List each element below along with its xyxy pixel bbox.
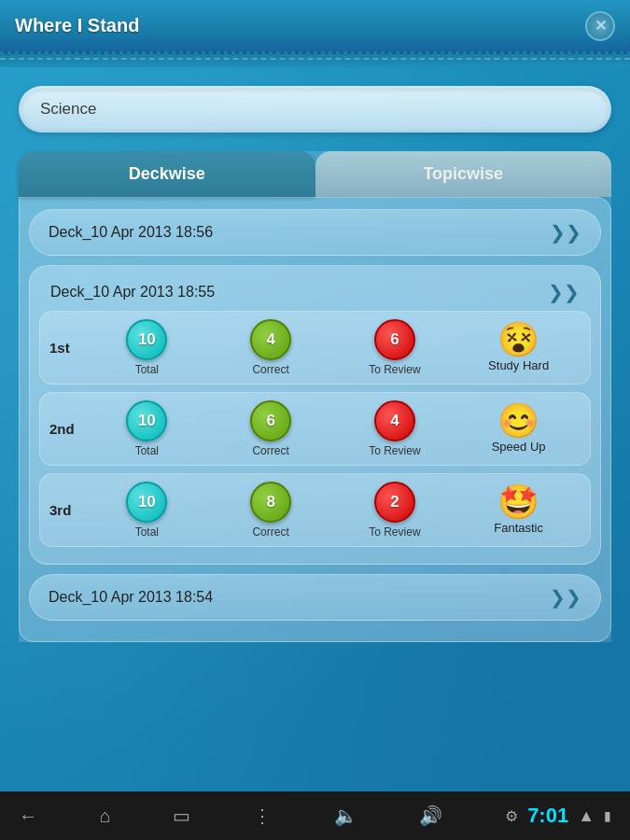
stat-total-3rd: 10 Total [85, 482, 209, 539]
emoji-label-3rd: Fantastic [494, 521, 543, 535]
app-title: Where I Stand [15, 15, 139, 36]
home-icon[interactable]: ⌂ [100, 805, 111, 827]
total-circle-3rd: 10 [126, 482, 167, 523]
review-label-3rd: To Review [369, 525, 420, 539]
main-content: Deckwise Topicwise Deck_10 Apr 2013 18:5… [0, 67, 630, 840]
clock: 7:01 [527, 804, 568, 828]
total-label-1st: Total [135, 363, 159, 376]
deck-label-3: Deck_10 Apr 2013 18:54 [49, 589, 213, 606]
total-label-3rd: Total [135, 525, 159, 539]
tabs: Deckwise Topicwise [19, 151, 611, 197]
back-icon[interactable]: ← [19, 805, 37, 827]
emoji-group-3rd: 🤩 Fantastic [456, 485, 581, 535]
review-label-1st: To Review [369, 363, 420, 376]
nav-right: ⚙ 7:01 ▲ ▮ [505, 804, 611, 828]
content-panel: Deck_10 Apr 2013 18:56 ❯❯ Deck_10 Apr 20… [19, 197, 611, 642]
correct-circle-2nd: 6 [250, 400, 291, 441]
close-button[interactable]: ✕ [585, 11, 615, 41]
stat-correct-3rd: 8 Correct [209, 482, 333, 539]
emoji-2nd: 😊 [497, 404, 539, 438]
subject-input-wrapper [19, 86, 611, 133]
deck-row-1[interactable]: Deck_10 Apr 2013 18:56 ❯❯ [29, 209, 601, 256]
stat-review-3rd: 2 To Review [333, 482, 457, 539]
review-label-2nd: To Review [369, 444, 420, 457]
tab-container: Deckwise Topicwise Deck_10 Apr 2013 18:5… [19, 151, 611, 642]
correct-label-3rd: Correct [252, 525, 288, 539]
stitch-bar [0, 54, 630, 67]
chevron-down-icon-3: ❯❯ [550, 588, 581, 607]
vol-up-icon[interactable]: 🔊 [419, 805, 442, 827]
attempt-label-1st: 1st [49, 340, 85, 356]
review-circle-3rd: 2 [374, 482, 415, 523]
emoji-group-2nd: 😊 Speed Up [456, 404, 581, 454]
attempt-row-3rd: 3rd 10 Total 8 Correct 2 To Review 🤩 [39, 473, 591, 547]
emoji-label-1st: Study Hard [488, 358, 549, 372]
correct-label-1st: Correct [252, 363, 288, 376]
emoji-label-2nd: Speed Up [492, 440, 546, 454]
review-circle-2nd: 4 [374, 400, 415, 441]
stat-total-1st: 10 Total [85, 319, 209, 376]
emoji-3rd: 🤩 [497, 485, 539, 519]
total-label-2nd: Total [135, 444, 159, 457]
emoji-1st: 😵 [497, 323, 539, 357]
attempt-label-2nd: 2nd [49, 421, 85, 437]
recent-apps-icon[interactable]: ▭ [173, 805, 190, 827]
review-circle-1st: 6 [374, 319, 415, 360]
app-header: Where I Stand ✕ [0, 0, 630, 54]
deck-expanded-header-2[interactable]: Deck_10 Apr 2013 18:55 ❯❯ [39, 275, 591, 311]
menu-icon[interactable]: ⋮ [253, 805, 272, 827]
stat-correct-2nd: 6 Correct [209, 400, 333, 457]
stat-review-2nd: 4 To Review [333, 400, 457, 457]
emoji-group-1st: 😵 Study Hard [456, 323, 581, 372]
deck-row-3[interactable]: Deck_10 Apr 2013 18:54 ❯❯ [29, 574, 601, 621]
correct-circle-3rd: 8 [250, 482, 291, 523]
attempt-label-3rd: 3rd [49, 502, 85, 518]
deck-label-2: Deck_10 Apr 2013 18:55 [50, 284, 215, 301]
correct-circle-1st: 4 [250, 319, 291, 360]
stat-correct-1st: 4 Correct [209, 319, 333, 376]
vol-down-icon[interactable]: 🔈 [334, 805, 357, 827]
tab-topicwise[interactable]: Topicwise [315, 151, 612, 197]
android-icon: ⚙ [505, 807, 518, 825]
wifi-icon: ▲ [578, 806, 595, 826]
chevron-down-icon-1: ❯❯ [550, 223, 581, 242]
stat-total-2nd: 10 Total [85, 400, 209, 457]
subject-input[interactable] [21, 89, 609, 130]
battery-icon: ▮ [604, 808, 611, 823]
deck-label-1: Deck_10 Apr 2013 18:56 [49, 224, 213, 241]
total-circle-2nd: 10 [126, 400, 167, 441]
bottom-nav: ← ⌂ ▭ ⋮ 🔈 🔊 ⚙ 7:01 ▲ ▮ [0, 791, 630, 840]
attempt-row-2nd: 2nd 10 Total 6 Correct 4 To Review 😊 [39, 392, 591, 466]
correct-label-2nd: Correct [252, 444, 288, 457]
attempt-row-1st: 1st 10 Total 4 Correct 6 To Review 😵 [39, 311, 591, 385]
deck-expanded-2: Deck_10 Apr 2013 18:55 ❯❯ 1st 10 Total 4… [29, 265, 601, 565]
tab-deckwise[interactable]: Deckwise [19, 151, 315, 197]
chevron-down-icon-2: ❯❯ [548, 283, 580, 301]
stat-review-1st: 6 To Review [333, 319, 457, 376]
total-circle-1st: 10 [126, 319, 167, 360]
